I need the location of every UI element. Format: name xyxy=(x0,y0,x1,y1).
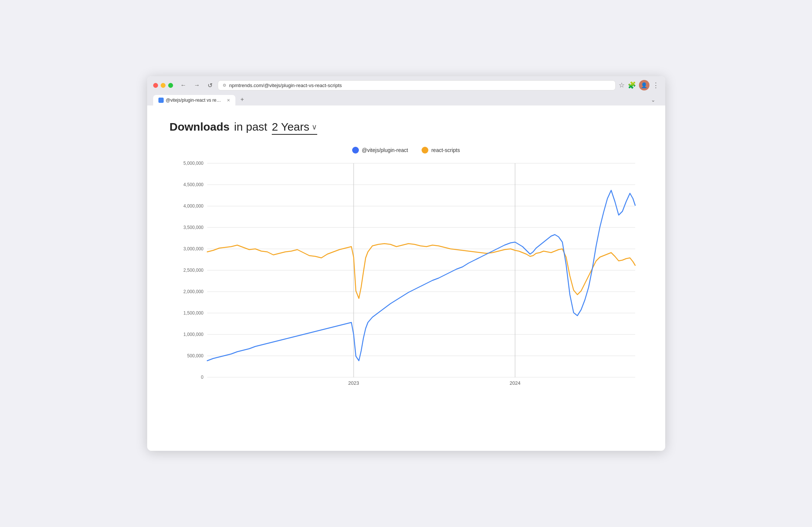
svg-text:2,500,000: 2,500,000 xyxy=(183,268,203,273)
downloads-header: Downloads in past 2 Years ∨ xyxy=(170,120,643,135)
svg-text:2023: 2023 xyxy=(348,380,359,386)
svg-text:2,000,000: 2,000,000 xyxy=(183,289,203,294)
new-tab-button[interactable]: + xyxy=(236,93,249,105)
svg-text:5,000,000: 5,000,000 xyxy=(183,161,203,166)
legend-label-react-scripts: react-scripts xyxy=(431,147,460,153)
svg-text:1,500,000: 1,500,000 xyxy=(183,310,203,316)
refresh-button[interactable]: ↺ xyxy=(205,81,215,90)
back-button[interactable]: ← xyxy=(178,81,189,90)
legend-dot-plugin-react xyxy=(352,147,359,154)
tab-close-button[interactable]: ✕ xyxy=(227,98,230,103)
forward-button[interactable]: → xyxy=(192,81,202,90)
tab-bar: @vitejs/plugin-react vs react... ✕ + ⌄ xyxy=(153,93,659,105)
minimize-button[interactable] xyxy=(161,83,166,88)
chart-legend: @vitejs/plugin-react react-scripts xyxy=(170,147,643,154)
svg-text:0: 0 xyxy=(201,375,203,380)
close-button[interactable] xyxy=(153,83,158,88)
tab-title: @vitejs/plugin-react vs react... xyxy=(166,98,222,103)
traffic-lights xyxy=(153,83,173,88)
security-icon: ⚙ xyxy=(223,83,226,88)
extension-icon[interactable]: 🧩 xyxy=(628,81,636,89)
chart-svg: 5,000,000 4,500,000 4,000,000 3,500,000 … xyxy=(170,160,643,392)
svg-text:3,500,000: 3,500,000 xyxy=(183,225,203,230)
chart-area: 5,000,000 4,500,000 4,000,000 3,500,000 … xyxy=(170,160,643,392)
svg-text:500,000: 500,000 xyxy=(187,353,203,358)
title-bar: ← → ↺ ⚙ npmtrends.com/@vitejs/plugin-rea… xyxy=(147,76,665,105)
address-bar[interactable]: ⚙ npmtrends.com/@vitejs/plugin-react-vs-… xyxy=(218,80,616,90)
react-scripts-line xyxy=(207,244,635,298)
active-tab[interactable]: @vitejs/plugin-react vs react... ✕ xyxy=(153,95,235,105)
avatar[interactable]: 👤 xyxy=(639,80,649,90)
svg-text:4,000,000: 4,000,000 xyxy=(183,203,203,209)
downloads-subtitle-label: in past xyxy=(234,120,267,133)
svg-text:1,000,000: 1,000,000 xyxy=(183,332,203,337)
page-content: Downloads in past 2 Years ∨ @vitejs/plug… xyxy=(147,105,665,451)
period-selector[interactable]: 2 Years ∨ xyxy=(272,120,317,135)
period-label: 2 Years xyxy=(272,120,309,133)
svg-text:4,500,000: 4,500,000 xyxy=(183,182,203,187)
downloads-bold-label: Downloads xyxy=(170,120,230,133)
period-arrow-icon: ∨ xyxy=(312,122,317,131)
maximize-button[interactable] xyxy=(168,83,173,88)
menu-icon[interactable]: ⋮ xyxy=(652,81,659,89)
svg-text:3,000,000: 3,000,000 xyxy=(183,246,203,251)
plugin-react-line xyxy=(207,190,635,361)
tab-expand-button[interactable]: ⌄ xyxy=(647,94,659,105)
svg-text:2024: 2024 xyxy=(509,380,520,386)
browser-window: ← → ↺ ⚙ npmtrends.com/@vitejs/plugin-rea… xyxy=(147,76,665,451)
legend-dot-react-scripts xyxy=(422,147,428,154)
tab-favicon xyxy=(158,98,164,103)
address-text: npmtrends.com/@vitejs/plugin-react-vs-re… xyxy=(229,83,342,88)
bookmark-icon[interactable]: ☆ xyxy=(619,81,625,89)
legend-item-plugin-react: @vitejs/plugin-react xyxy=(352,147,408,154)
legend-label-plugin-react: @vitejs/plugin-react xyxy=(362,147,408,153)
legend-item-react-scripts: react-scripts xyxy=(422,147,460,154)
